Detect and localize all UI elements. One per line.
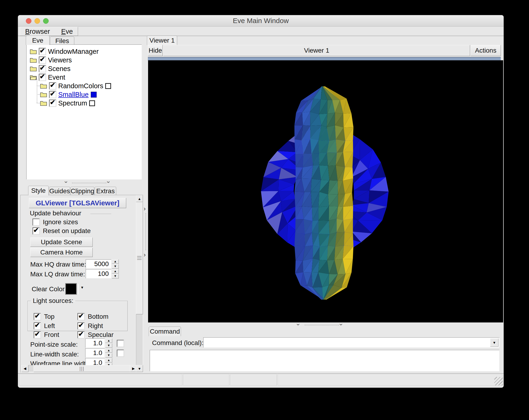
tree-item-spectrum[interactable]: Spectrum (40, 99, 95, 107)
tree-item-scenes[interactable]: Scenes (30, 65, 71, 73)
light-right-checkbox[interactable] (78, 322, 84, 329)
splitter-collapse-icon[interactable]: › (144, 205, 146, 212)
scroll-left-icon[interactable]: ◀ (21, 365, 28, 372)
point-size-checkbox[interactable] (117, 340, 124, 347)
clear-color-swatch[interactable] (65, 283, 77, 295)
color-swatch-empty[interactable] (105, 83, 111, 89)
spin-down-icon[interactable]: ▼ (105, 343, 112, 348)
tree-item-label[interactable]: RandomColors (58, 82, 103, 90)
splitter-collapse-icon[interactable]: › (65, 181, 68, 183)
hide-button[interactable]: Hide (148, 45, 163, 56)
ignore-sizes-row[interactable]: Ignore sizes (33, 218, 78, 226)
max-lq-spinner[interactable]: 100 (86, 269, 111, 278)
point-size-spinner[interactable]: 1.0 (85, 339, 105, 348)
tree-checkbox[interactable] (39, 65, 46, 72)
command-splitter[interactable]: › › (148, 323, 503, 327)
tree-checkbox[interactable] (39, 57, 46, 64)
light-front-row[interactable]: Front (34, 331, 59, 339)
spin-up-icon[interactable]: ▲ (105, 339, 112, 343)
tree-item-label[interactable]: Event (48, 74, 65, 81)
horizontal-splitter[interactable]: › › (26, 180, 141, 185)
tab-extras[interactable]: Extras (95, 187, 116, 195)
tree-item-label[interactable]: SmallBlue (58, 91, 89, 98)
point-size-spin-buttons[interactable]: ▲▼ (105, 339, 112, 348)
tree-item-event[interactable]: Event (30, 73, 65, 81)
command-log[interactable] (150, 350, 499, 371)
light-top-checkbox[interactable] (34, 313, 41, 320)
max-lq-spin-buttons[interactable]: ▲▼ (112, 269, 119, 278)
ignore-sizes-checkbox[interactable] (33, 219, 40, 226)
spin-down-icon[interactable]: ▼ (112, 274, 119, 278)
tab-command[interactable]: Command (149, 327, 181, 336)
tree-item-viewers[interactable]: Viewers (30, 56, 72, 64)
update-behaviour-label: Update behaviour (30, 210, 81, 217)
light-left-row[interactable]: Left (34, 322, 55, 330)
light-top-row[interactable]: Top (34, 313, 54, 320)
vertical-splitter[interactable]: › › (143, 44, 148, 372)
tab-eve[interactable]: Eve (26, 36, 50, 45)
line-width-spin-buttons[interactable]: ▲▼ (105, 348, 112, 358)
camera-home-button[interactable]: Camera Home (30, 248, 93, 257)
update-scene-button[interactable]: Update Scene (30, 237, 93, 247)
glviewer-button[interactable]: GLViewer [TGLSAViewer] (29, 198, 126, 208)
clear-color-dropdown[interactable]: ▼ (78, 284, 86, 294)
color-swatch-empty[interactable] (89, 100, 95, 106)
tree-item-label[interactable]: Scenes (48, 65, 71, 73)
tree-checkbox[interactable] (49, 100, 56, 107)
tree-item-randomcolors[interactable]: RandomColors (40, 82, 111, 90)
tab-style[interactable]: Style (28, 186, 49, 195)
tree-item-label[interactable]: WindowManager (48, 48, 99, 55)
spin-down-icon[interactable]: ▼ (105, 353, 112, 358)
line-width-spinner[interactable]: 1.0 (85, 348, 105, 358)
menu-eve[interactable]: Eve (61, 28, 73, 35)
light-specular-row[interactable]: Specular (78, 331, 114, 339)
spin-down-icon[interactable]: ▼ (112, 264, 119, 269)
tree-checkbox[interactable] (49, 91, 56, 98)
max-hq-spinner[interactable]: 5000 (86, 259, 111, 269)
scroll-down-icon[interactable]: ▼ (136, 365, 143, 372)
scroll-up-icon[interactable]: ▲ (136, 195, 143, 202)
splitter-collapse-icon[interactable]: › (340, 324, 343, 326)
splitter-collapse-icon[interactable]: › (297, 324, 300, 326)
light-front-checkbox[interactable] (34, 331, 41, 338)
folder-icon (40, 100, 47, 106)
light-bottom-checkbox[interactable] (78, 313, 84, 320)
splitter-collapse-icon[interactable]: › (144, 251, 146, 258)
light-left-checkbox[interactable] (34, 322, 41, 329)
gl-viewport[interactable] (148, 60, 503, 322)
light-specular-checkbox[interactable] (78, 331, 84, 338)
tab-clipping[interactable]: Clipping (71, 187, 94, 195)
h-scrollbar-thumb[interactable]: ||| (34, 365, 130, 372)
viewer-titlebar[interactable]: Viewer 1 (163, 45, 470, 56)
tree-checkbox[interactable] (39, 74, 46, 81)
splitter-collapse-icon[interactable]: › (107, 181, 110, 183)
reset-on-update-row[interactable]: Reset on update (33, 227, 91, 235)
tree-checkbox[interactable] (49, 82, 56, 89)
max-hq-spin-buttons[interactable]: ▲▼ (112, 259, 119, 269)
titlebar[interactable]: Eve Main Window (18, 15, 504, 26)
spin-up-icon[interactable]: ▲ (105, 348, 112, 353)
tab-viewer-1[interactable]: Viewer 1 (147, 36, 177, 45)
tree-item-windowmanager[interactable]: WindowManager (30, 48, 99, 55)
reset-on-update-checkbox[interactable] (33, 227, 40, 235)
tree-item-smallblue[interactable]: SmallBlue (40, 91, 97, 98)
tree-item-label[interactable]: Viewers (48, 56, 72, 64)
light-right-row[interactable]: Right (78, 322, 103, 330)
tree-checkbox[interactable] (39, 48, 46, 55)
spin-up-icon[interactable]: ▲ (112, 269, 119, 274)
tab-files[interactable]: Files (50, 37, 74, 45)
resize-grip[interactable] (494, 377, 503, 385)
command-dropdown-button[interactable]: ▼ (490, 338, 499, 347)
menu-browser[interactable]: Browser (25, 28, 50, 35)
actions-button[interactable]: Actions (471, 45, 501, 56)
command-input[interactable]: ▼ (203, 337, 499, 348)
light-bottom-row[interactable]: Bottom (78, 313, 108, 320)
v-scrollbar-thumb[interactable]: ||| (136, 202, 143, 314)
spin-up-icon[interactable]: ▲ (112, 259, 119, 264)
tree-item-label[interactable]: Spectrum (58, 99, 87, 107)
color-swatch-blue[interactable] (91, 92, 97, 98)
hide-button-label: Hide (148, 47, 162, 54)
tab-guides[interactable]: Guides (49, 187, 70, 195)
spin-up-icon[interactable]: ▲ (105, 358, 112, 363)
line-width-checkbox[interactable] (117, 350, 124, 357)
